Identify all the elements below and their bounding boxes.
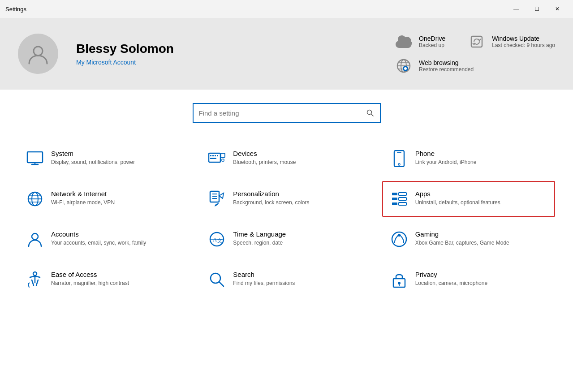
lock-icon <box>390 271 408 289</box>
svg-point-40 <box>32 233 38 240</box>
svg-text:文: 文 <box>217 238 222 243</box>
onedrive-status[interactable]: OneDrive Backed up <box>395 33 445 51</box>
svg-rect-17 <box>212 155 214 156</box>
setting-desc-search: Find my files, permissions <box>233 280 295 287</box>
setting-item-system[interactable]: System Display, sound, notifications, po… <box>18 141 191 177</box>
user-name: Blessy Solomon <box>76 42 174 56</box>
search-input[interactable] <box>194 109 360 117</box>
svg-line-51 <box>219 282 224 286</box>
brush-icon <box>208 190 226 208</box>
setting-desc-personalization: Background, lock screen, colors <box>233 199 309 207</box>
svg-rect-19 <box>217 155 218 156</box>
setting-item-apps[interactable]: Apps Uninstall, defaults, optional featu… <box>382 181 555 217</box>
maximize-button[interactable]: ☐ <box>526 2 547 16</box>
setting-text-apps: Apps Uninstall, defaults, optional featu… <box>415 190 500 207</box>
svg-point-47 <box>33 272 37 276</box>
search-icon <box>208 271 226 289</box>
setting-text-time-language: Time & Language Speech, region, date <box>233 230 286 247</box>
setting-desc-accounts: Your accounts, email, sync, work, family <box>51 239 146 247</box>
web-browsing-text: Web browsing Restore recommended <box>419 59 474 73</box>
setting-item-privacy[interactable]: Privacy Location, camera, microphone <box>382 262 555 297</box>
windows-update-title: Windows Update <box>492 35 555 42</box>
apps-icon <box>390 190 408 208</box>
web-browsing-title: Web browsing <box>419 59 474 66</box>
setting-name-system: System <box>51 150 135 157</box>
setting-item-devices[interactable]: Devices Bluetooth, printers, mouse <box>200 141 373 177</box>
svg-line-49 <box>28 283 30 284</box>
windows-update-status[interactable]: Windows Update Last checked: 9 hours ago <box>468 33 555 51</box>
setting-name-phone: Phone <box>415 150 477 157</box>
setting-text-phone: Phone Link your Android, iPhone <box>415 150 477 166</box>
web-browsing-status[interactable]: Web browsing Restore recommended <box>395 57 474 75</box>
setting-item-accounts[interactable]: Accounts Your accounts, email, sync, wor… <box>18 221 191 257</box>
svg-rect-18 <box>215 155 216 156</box>
svg-rect-35 <box>392 198 397 200</box>
setting-item-search[interactable]: Search Find my files, permissions <box>200 262 373 297</box>
main-content: System Display, sound, notifications, po… <box>0 90 573 392</box>
svg-rect-21 <box>222 159 224 161</box>
settings-grid: System Display, sound, notifications, po… <box>18 141 555 297</box>
svg-rect-38 <box>399 198 406 200</box>
setting-desc-system: Display, sound, notifications, power <box>51 159 135 166</box>
setting-name-apps: Apps <box>415 190 500 198</box>
refresh-icon <box>468 33 486 51</box>
avatar <box>18 34 58 74</box>
setting-desc-network: Wi-Fi, airplane mode, VPN <box>51 199 115 207</box>
setting-name-ease-of-access: Ease of Access <box>51 271 129 278</box>
close-button[interactable]: ✕ <box>547 2 568 16</box>
setting-desc-time-language: Speech, region, date <box>233 239 286 247</box>
onedrive-title: OneDrive <box>419 35 445 42</box>
search-box <box>193 103 381 123</box>
ms-account-link[interactable]: My Microsoft Account <box>76 59 136 66</box>
svg-rect-39 <box>399 202 406 205</box>
language-icon: A 文 <box>208 230 226 248</box>
setting-text-search: Search Find my files, permissions <box>233 271 295 287</box>
setting-item-time-language[interactable]: A 文 Time & Language Speech, region, date <box>200 221 373 257</box>
svg-rect-1 <box>471 36 482 47</box>
svg-point-8 <box>404 67 407 70</box>
setting-name-time-language: Time & Language <box>233 230 286 238</box>
svg-line-10 <box>371 114 373 116</box>
svg-point-46 <box>398 234 401 237</box>
svg-point-24 <box>398 164 400 165</box>
setting-name-accounts: Accounts <box>51 230 146 238</box>
onedrive-subtitle: Backed up <box>419 42 445 48</box>
person-avatar-icon <box>26 42 50 65</box>
svg-rect-37 <box>399 193 406 195</box>
monitor-icon <box>26 150 44 168</box>
globe-icon <box>26 190 44 208</box>
setting-item-phone[interactable]: Phone Link your Android, iPhone <box>382 141 555 177</box>
setting-text-personalization: Personalization Background, lock screen,… <box>233 190 309 207</box>
setting-item-personalization[interactable]: Personalization Background, lock screen,… <box>200 181 373 217</box>
setting-item-network[interactable]: Network & Internet Wi-Fi, airplane mode,… <box>18 181 191 217</box>
minimize-button[interactable]: — <box>506 2 526 16</box>
svg-rect-36 <box>392 202 397 205</box>
globe-status-icon <box>395 57 413 75</box>
setting-name-network: Network & Internet <box>51 190 115 198</box>
title-bar: Settings — ☐ ✕ <box>0 0 573 18</box>
svg-rect-34 <box>392 193 397 195</box>
phone-icon <box>390 150 408 168</box>
setting-item-ease-of-access[interactable]: Ease of Access Narrator, magnifier, high… <box>18 262 191 297</box>
svg-rect-16 <box>210 155 211 156</box>
svg-rect-20 <box>210 158 216 159</box>
search-button[interactable] <box>360 104 380 122</box>
person-icon <box>26 230 44 248</box>
setting-desc-phone: Link your Android, iPhone <box>415 159 477 166</box>
svg-rect-11 <box>27 152 43 163</box>
cloud-icon <box>395 33 413 51</box>
setting-desc-privacy: Location, camera, microphone <box>415 280 487 287</box>
search-icon <box>366 109 374 116</box>
app-title: Settings <box>5 6 26 13</box>
setting-item-gaming[interactable]: Gaming Xbox Game Bar, captures, Game Mod… <box>382 221 555 257</box>
setting-text-devices: Devices Bluetooth, printers, mouse <box>233 150 296 166</box>
accessibility-icon <box>26 271 44 289</box>
setting-text-gaming: Gaming Xbox Game Bar, captures, Game Mod… <box>415 230 509 247</box>
setting-name-personalization: Personalization <box>233 190 309 198</box>
setting-name-search: Search <box>233 271 295 278</box>
user-info: Blessy Solomon My Microsoft Account <box>76 42 174 66</box>
setting-text-privacy: Privacy Location, camera, microphone <box>415 271 487 287</box>
setting-name-gaming: Gaming <box>415 230 509 238</box>
search-container <box>18 103 555 123</box>
setting-text-system: System Display, sound, notifications, po… <box>51 150 135 166</box>
